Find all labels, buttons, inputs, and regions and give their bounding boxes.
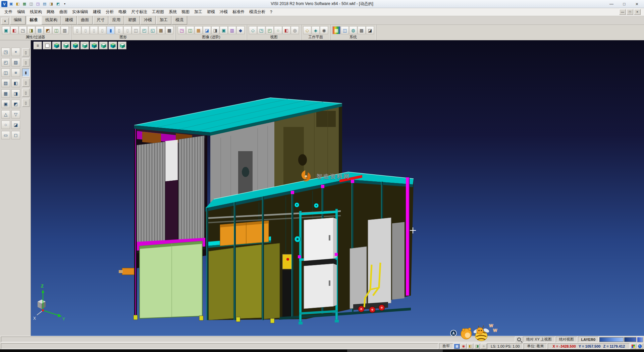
globe-icon[interactable]: ◍: [349, 26, 357, 34]
shadow-icon[interactable]: ◱: [149, 26, 157, 34]
menu-wireframe[interactable]: 线架构: [28, 8, 44, 16]
wire-view-icon[interactable]: ▯: [82, 26, 90, 34]
tab-die[interactable]: 冲模: [140, 16, 156, 25]
os-taskbar-edge[interactable]: [0, 349, 644, 352]
menu-mold[interactable]: 塑模: [205, 8, 217, 16]
menu-die[interactable]: 冲模: [217, 8, 230, 16]
menu-system[interactable]: 系统: [166, 8, 179, 16]
help-icon[interactable]: ◩: [55, 1, 61, 7]
tab-application[interactable]: 应用: [109, 16, 124, 25]
move-tool-icon[interactable]: ▤: [1, 79, 10, 87]
tab-flow[interactable]: 模流: [172, 16, 187, 25]
view-bottom-icon[interactable]: [109, 42, 117, 49]
menu-solid-edit[interactable]: 实体编辑: [70, 8, 91, 16]
search-icon[interactable]: [517, 338, 521, 341]
clipboard-tool-icon[interactable]: ▯: [22, 48, 30, 56]
system-options-icon[interactable]: ◪: [366, 26, 374, 34]
snapshot-icon[interactable]: ◫: [186, 26, 194, 34]
save-icon[interactable]: ▦: [21, 1, 28, 7]
quickaccess-dropdown-icon[interactable]: ▾: [62, 1, 68, 7]
mdi-minimize-button[interactable]: —: [619, 9, 626, 15]
list-tool-icon[interactable]: ≡: [11, 69, 20, 77]
tab-dimension[interactable]: 尺寸: [93, 16, 108, 25]
capture-icon[interactable]: ◳: [178, 26, 186, 34]
rotate-view-icon[interactable]: ○: [274, 26, 282, 34]
material-icon[interactable]: ▦: [157, 26, 165, 34]
shaded-view-icon[interactable]: ▯: [73, 26, 81, 34]
view-back-icon[interactable]: [80, 42, 89, 49]
maximize-button[interactable]: □: [618, 0, 631, 8]
close-button[interactable]: ×: [631, 0, 643, 8]
open-file-icon[interactable]: ◧: [15, 1, 21, 7]
palette-icon[interactable]: ▦: [332, 26, 340, 34]
undo-icon[interactable]: ◳: [35, 1, 41, 7]
menu-help[interactable]: ?: [268, 9, 275, 15]
workplane-icon[interactable]: ◇: [303, 26, 311, 34]
angle-tool-icon[interactable]: △: [1, 110, 10, 119]
tab-standard[interactable]: 标准: [26, 16, 41, 25]
menu-edit[interactable]: 编辑: [15, 8, 28, 16]
view-plain-icon[interactable]: [43, 42, 51, 49]
menu-surface[interactable]: 曲面: [57, 8, 70, 16]
mesh-tool-icon[interactable]: ▦: [1, 89, 10, 98]
status-layer[interactable]: LAYER0: [578, 337, 599, 342]
macro-tool-icon[interactable]: ▯: [22, 89, 30, 97]
edge-display-icon[interactable]: ◰: [140, 26, 148, 34]
tab-machining[interactable]: 加工: [156, 16, 171, 25]
history-tool-icon[interactable]: ▯: [22, 79, 30, 87]
taskbar-open-window-segment[interactable]: [347, 350, 443, 352]
filter-settings-icon[interactable]: ▥: [61, 26, 69, 34]
dynamic-view-icon[interactable]: ◎: [291, 26, 299, 34]
pan-icon[interactable]: ◰: [266, 26, 274, 34]
annotate-icon[interactable]: ◪: [203, 26, 211, 34]
mdi-close-button[interactable]: ×: [634, 9, 641, 15]
view-iso-icon[interactable]: [52, 42, 61, 49]
menu-dimension[interactable]: 尺寸标注: [129, 8, 150, 16]
zoom-window-icon[interactable]: ◳: [257, 26, 265, 34]
menu-mesh[interactable]: 网格: [44, 8, 57, 16]
overlay-icon[interactable]: ▣: [220, 26, 228, 34]
menu-modeling[interactable]: 建模: [91, 8, 103, 16]
plane-tool-icon[interactable]: ▭: [1, 131, 10, 139]
tab-wireframe[interactable]: 线架构: [42, 16, 61, 25]
workplane-align-icon[interactable]: ◈: [312, 26, 320, 34]
menu-analysis[interactable]: 分析: [103, 8, 116, 16]
texture-icon[interactable]: ▯: [115, 26, 123, 34]
element-filter-icon[interactable]: ◨: [27, 26, 35, 34]
hatch-tool-icon[interactable]: ▨: [11, 58, 20, 67]
print-icon[interactable]: ◫: [28, 1, 34, 7]
mdi-restore-button[interactable]: □: [627, 9, 633, 15]
menu-flow-analysis[interactable]: 模流分析: [247, 8, 268, 16]
tab-edit[interactable]: 编辑: [10, 16, 25, 25]
view-axo-icon[interactable]: [118, 42, 126, 49]
status-view-orientation[interactable]: 绝对 XY 上视图: [523, 337, 555, 342]
corner-tool-icon[interactable]: ◪: [11, 121, 20, 129]
redo-icon[interactable]: ▤: [42, 1, 48, 7]
menu-file[interactable]: 文件: [2, 8, 15, 16]
view-right-icon[interactable]: [99, 42, 108, 49]
visibility-icon[interactable]: ◫: [52, 26, 60, 34]
grid-settings-icon[interactable]: ▩: [358, 26, 366, 34]
status-view-mode[interactable]: 绝对视图: [556, 337, 577, 342]
menu-view[interactable]: 视图: [179, 8, 192, 16]
tools-icon[interactable]: ◨: [48, 1, 54, 7]
attribute-icon[interactable]: ▣: [2, 26, 10, 34]
view-left-icon[interactable]: [90, 42, 98, 49]
zoom-all-icon[interactable]: ◇: [249, 26, 257, 34]
box-tool-icon[interactable]: ◻: [11, 131, 20, 139]
measure-tool-icon[interactable]: ▣: [1, 100, 10, 108]
background-icon[interactable]: ▩: [165, 26, 173, 34]
section-icon[interactable]: ◫: [132, 26, 140, 34]
trim-tool-icon[interactable]: ◰: [1, 58, 10, 67]
export-image-icon[interactable]: ▥: [228, 26, 236, 34]
ghost-view-icon[interactable]: ▯: [98, 26, 106, 34]
view-front-icon[interactable]: [71, 42, 79, 49]
circle-tool-icon[interactable]: ○: [1, 121, 10, 129]
color-filter-icon[interactable]: ◧: [10, 26, 18, 34]
notes-tool-icon[interactable]: ▯: [22, 58, 30, 67]
select-filter-icon[interactable]: ◩: [44, 26, 52, 34]
gallery-icon[interactable]: ▦: [195, 26, 203, 34]
render-mode-icon[interactable]: ▮: [107, 26, 115, 34]
menu-machining[interactable]: 加工: [192, 8, 205, 16]
workplane-edit-icon[interactable]: ◉: [320, 26, 328, 34]
